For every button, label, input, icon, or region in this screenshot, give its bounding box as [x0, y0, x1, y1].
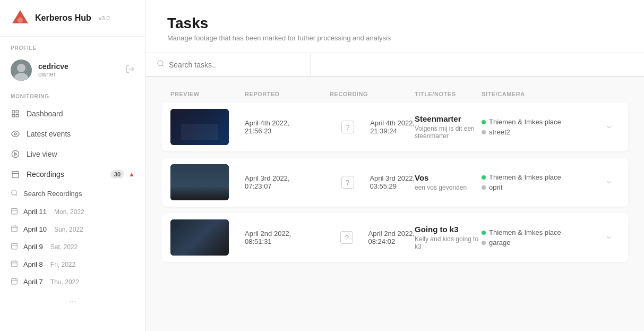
latest-events-label: Latest events [27, 130, 71, 138]
search-bar-area [146, 53, 644, 77]
sidebar-header: Kerberos Hub v3.0 [0, 0, 145, 37]
task-notes: een vos gevonden [415, 184, 482, 191]
task-title-area: Steenmarter Volgens mij is dit een steen… [415, 114, 482, 140]
svg-line-41 [162, 65, 164, 66]
task-site-area: Thiemen & Imkes place garage [482, 228, 598, 247]
calendar-date-icon [11, 260, 18, 269]
col-site-camera: SITE/CAMERA [482, 91, 598, 97]
recordings-badge: 30 [110, 170, 124, 179]
date-day: Fri, 2022 [50, 261, 75, 268]
site-status-dot [482, 175, 486, 180]
site-name: Thiemen & Imkes place [489, 228, 561, 236]
site-row: Thiemen & Imkes place [482, 118, 598, 126]
sidebar-date-item[interactable]: April 10 Sun, 2022 [0, 220, 145, 238]
svg-rect-20 [12, 208, 18, 214]
date-day: Sat, 2022 [50, 243, 78, 251]
calendar-date-icon [11, 207, 18, 216]
task-reported: April 4th 2022,21:56:23 [245, 119, 330, 135]
site-name: Thiemen & Imkes place [489, 173, 561, 181]
camera-status-dot [482, 130, 486, 134]
col-preview: PREVIEW [170, 91, 245, 97]
table-row[interactable]: April 3rd 2022,07:23:07 ? April 3rd 2022… [162, 158, 628, 207]
user-info: cedricve owner [38, 62, 119, 78]
live-view-label: Live view [27, 150, 57, 158]
question-badge: ? [340, 231, 353, 244]
task-site-area: Thiemen & Imkes place street2 [482, 118, 598, 136]
main-header: Tasks Manage footage that has been marke… [146, 0, 644, 53]
svg-point-40 [158, 61, 163, 66]
camera-name: oprit [489, 183, 502, 191]
sidebar-date-item[interactable]: April 7 Thu, 2022 [0, 273, 145, 291]
svg-line-19 [16, 194, 18, 196]
task-reported: April 3rd 2022,07:23:07 [245, 174, 330, 190]
monitoring-label: MONITORING [0, 85, 145, 104]
app-logo [11, 9, 30, 28]
app-title: Kerberos Hub [35, 13, 91, 23]
task-recording: ? April 4th 2022,21:39:24 [330, 119, 415, 135]
table-header: PREVIEW REPORTED RECORDING TITLE/NOTES S… [162, 88, 628, 100]
site-row: Thiemen & Imkes place [482, 228, 598, 236]
task-title-area: Vos een vos gevonden [415, 173, 482, 191]
sidebar-date-item[interactable]: April 8 Fri, 2022 [0, 256, 145, 273]
svg-rect-8 [16, 111, 19, 113]
svg-rect-10 [16, 114, 19, 117]
date-day: Thu, 2022 [50, 278, 79, 286]
username: cedricve [38, 62, 119, 71]
page-title: Tasks [167, 15, 623, 32]
question-badge: ? [341, 121, 354, 133]
sidebar-item-search-recordings[interactable]: Search Recordings [0, 184, 145, 203]
col-title-notes: TITLE/NOTES [415, 91, 482, 97]
calendar-date-icon [11, 225, 18, 234]
sidebar-more: ... [0, 291, 145, 309]
date-label: April 11 [23, 208, 47, 216]
camera-name: street2 [489, 128, 510, 136]
sidebar-item-live-view[interactable]: Live view [0, 144, 145, 164]
tasks-table: PREVIEW REPORTED RECORDING TITLE/NOTES S… [146, 77, 644, 331]
recordings-label: Recordings [27, 170, 110, 179]
table-row[interactable]: April 4th 2022,21:56:23 ? April 4th 2022… [162, 103, 628, 151]
date-label: April 10 [23, 225, 47, 233]
sidebar-item-latest-events[interactable]: Latest events [0, 124, 145, 144]
site-row: Thiemen & Imkes place [482, 173, 598, 181]
svg-rect-36 [12, 278, 18, 284]
sidebar-item-recordings[interactable]: Recordings 30 ▲ [0, 164, 145, 184]
search-input[interactable] [169, 61, 299, 69]
calendar-date-icon [11, 242, 18, 251]
task-title: Going to k3 [415, 225, 482, 234]
svg-point-18 [12, 190, 16, 195]
sidebar-date-item[interactable]: April 9 Sat, 2022 [0, 238, 145, 256]
svg-rect-32 [12, 261, 18, 267]
sidebar-date-item[interactable]: April 11 Mon, 2022 [0, 203, 145, 220]
task-notes: Kelly and kids going to k3 [415, 235, 482, 250]
camera-status-dot [482, 241, 486, 245]
svg-rect-9 [12, 114, 15, 117]
table-row[interactable]: April 2nd 2022,08:51:31 ? April 2nd 2022… [162, 213, 628, 262]
date-label: April 9 [23, 243, 43, 251]
search-recordings-label: Search Recordings [23, 190, 82, 198]
task-title: Vos [415, 173, 482, 182]
svg-rect-24 [12, 226, 18, 232]
svg-marker-13 [15, 152, 17, 155]
svg-rect-14 [12, 172, 19, 178]
task-title: Steenmarter [415, 114, 482, 123]
expand-button[interactable] [598, 123, 620, 131]
date-label: April 8 [23, 260, 43, 268]
site-name: Thiemen & Imkes place [489, 118, 561, 126]
svg-point-2 [18, 18, 23, 23]
sidebar-profile: cedricve owner [0, 55, 145, 85]
expand-button[interactable] [598, 179, 620, 186]
camera-row: street2 [482, 128, 598, 136]
search-bar[interactable] [146, 53, 311, 76]
task-preview [170, 219, 229, 256]
date-label: April 7 [23, 278, 43, 286]
svg-point-4 [17, 64, 25, 72]
chevron-up-icon: ▲ [128, 171, 135, 178]
logout-button[interactable] [125, 64, 135, 76]
expand-button[interactable] [598, 234, 620, 241]
sidebar-item-dashboard[interactable]: Dashboard [0, 104, 145, 124]
task-site-area: Thiemen & Imkes place oprit [482, 173, 598, 191]
calendar-date-icon [11, 277, 18, 286]
date-day: Mon, 2022 [54, 208, 84, 216]
site-status-dot [482, 120, 486, 124]
page-subtitle: Manage footage that has been marked for … [167, 34, 623, 42]
